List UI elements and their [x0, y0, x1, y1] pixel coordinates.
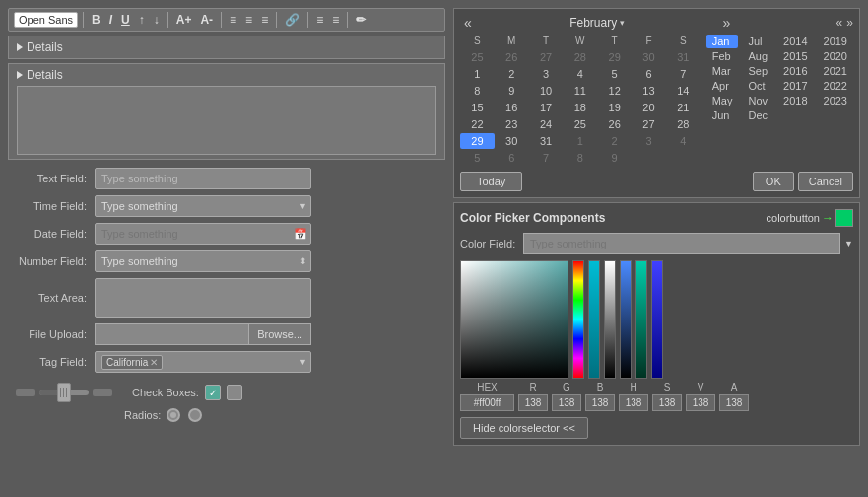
month-feb[interactable]: Feb — [706, 49, 739, 63]
cal-day-w2d1[interactable]: 9 — [495, 83, 529, 99]
cal-prev-button[interactable]: « — [460, 15, 476, 31]
cal-day-w2d3[interactable]: 11 — [563, 83, 597, 99]
radio-unselected[interactable] — [188, 408, 202, 422]
tag-field-input[interactable]: California ✕ — [95, 351, 311, 373]
slider-track[interactable] — [39, 390, 89, 395]
cal-day-w2d4[interactable]: 12 — [597, 83, 632, 99]
font-size-up-button[interactable]: A+ — [173, 13, 195, 27]
cal-ok-button[interactable]: OK — [753, 172, 794, 191]
year-2019[interactable]: 2019 — [818, 35, 853, 48]
textarea-input[interactable] — [95, 278, 311, 318]
tag-remove-icon[interactable]: ✕ — [150, 357, 158, 368]
cal-day-w1d5[interactable]: 6 — [632, 66, 666, 82]
radio-selected[interactable] — [167, 408, 180, 422]
text-field-input[interactable] — [95, 168, 311, 189]
year-2020[interactable]: 2020 — [818, 49, 853, 63]
cal-day-w4d5[interactable]: 27 — [632, 116, 666, 132]
checkbox-checked[interactable]: ✓ — [205, 385, 221, 400]
value-strip[interactable] — [604, 260, 616, 379]
details-header-1[interactable]: Details — [17, 40, 436, 54]
cal-day-w3d2[interactable]: 17 — [529, 100, 564, 115]
month-jan[interactable]: Jan — [706, 35, 739, 48]
cal-year-prev-button[interactable]: « — [836, 16, 843, 30]
cal-day-w1d2[interactable]: 3 — [529, 66, 564, 82]
month-may[interactable]: May — [706, 94, 739, 107]
font-selector[interactable]: Open Sans — [14, 12, 78, 28]
cal-day-w0d0[interactable]: 25 — [460, 49, 495, 65]
extra-strip[interactable] — [635, 260, 647, 379]
unordered-list-button[interactable]: ≡ — [329, 13, 342, 27]
cal-day-w5d6[interactable]: 4 — [666, 133, 701, 149]
month-mar[interactable]: Mar — [706, 64, 739, 78]
cal-day-w1d3[interactable]: 4 — [563, 66, 597, 82]
cal-day-w4d4[interactable]: 26 — [597, 116, 632, 132]
cal-day-w0d2[interactable]: 27 — [529, 49, 564, 65]
cal-day-w5d3[interactable]: 1 — [563, 133, 597, 149]
year-2023[interactable]: 2023 — [818, 94, 853, 107]
ordered-list-button[interactable]: ≡ — [313, 13, 326, 27]
alpha-strip[interactable] — [620, 260, 632, 379]
blue-strip[interactable] — [651, 260, 663, 379]
cal-day-w6d2[interactable]: 7 — [529, 150, 564, 166]
month-apr[interactable]: Apr — [706, 79, 739, 93]
year-2014[interactable]: 2014 — [777, 35, 813, 48]
year-2017[interactable]: 2017 — [777, 79, 813, 93]
slider-thumb[interactable] — [57, 383, 71, 402]
edit-button[interactable]: ✏ — [353, 13, 368, 27]
align-center-button[interactable]: ≡ — [242, 13, 255, 27]
number-field-select[interactable]: Type something — [95, 250, 311, 272]
saturation-strip[interactable] — [588, 260, 600, 379]
value-hex[interactable] — [460, 394, 514, 411]
browse-button[interactable]: Browse... — [248, 323, 311, 345]
align-right-button[interactable]: ≡ — [258, 13, 271, 27]
cal-day-w4d6[interactable]: 28 — [666, 116, 701, 132]
cal-day-w1d4[interactable]: 5 — [597, 66, 632, 82]
cal-day-w1d1[interactable]: 2 — [495, 66, 529, 82]
font-size-down-button[interactable]: A- — [197, 13, 216, 27]
year-2015[interactable]: 2015 — [777, 49, 813, 63]
align-left-button[interactable]: ≡ — [227, 13, 239, 27]
cal-next-button[interactable]: » — [718, 15, 734, 31]
month-oct[interactable]: Oct — [742, 79, 773, 93]
year-2018[interactable]: 2018 — [777, 94, 813, 107]
cal-day-w2d2[interactable]: 10 — [529, 83, 564, 99]
cal-day-w0d6[interactable]: 31 — [666, 49, 701, 65]
cal-day-w1d6[interactable]: 7 — [666, 66, 701, 82]
cal-day-w5d4[interactable]: 2 — [597, 133, 632, 149]
color-swatch[interactable] — [835, 209, 853, 227]
hue-strip[interactable] — [572, 260, 584, 379]
cal-day-w5d5[interactable]: 3 — [632, 133, 666, 149]
hide-colorselector-button[interactable]: Hide colorselector << — [460, 417, 588, 439]
cal-day-w2d6[interactable]: 14 — [666, 83, 701, 99]
cal-month-dropdown-icon[interactable]: ▾ — [620, 18, 625, 28]
cal-day-w6d1[interactable]: 6 — [495, 150, 529, 166]
value-h[interactable] — [619, 394, 648, 411]
cal-day-w1d0[interactable]: 1 — [460, 66, 495, 82]
cal-day-w5d1[interactable]: 30 — [495, 133, 529, 149]
today-button[interactable]: Today — [460, 172, 522, 191]
cal-day-w2d0[interactable]: 8 — [460, 83, 495, 99]
time-field-select[interactable]: Type something — [95, 195, 311, 217]
details-content-2[interactable] — [17, 86, 436, 155]
month-sep[interactable]: Sep — [742, 64, 773, 78]
cal-day-selected[interactable]: 29 — [460, 133, 495, 149]
file-upload-input[interactable] — [95, 323, 248, 345]
month-aug[interactable]: Aug — [742, 49, 773, 63]
cal-day-w4d0[interactable]: 22 — [460, 116, 495, 132]
month-dec[interactable]: Dec — [742, 108, 773, 122]
cal-day-w5d2[interactable]: 31 — [529, 133, 564, 149]
checkbox-unchecked[interactable] — [227, 385, 242, 400]
cal-day-w0d4[interactable]: 29 — [597, 49, 632, 65]
cal-day-w3d1[interactable]: 16 — [495, 100, 529, 115]
cal-year-next-button[interactable]: » — [846, 16, 853, 30]
saturation-value-picker[interactable] — [460, 260, 568, 379]
cal-day-w6d0[interactable]: 5 — [460, 150, 495, 166]
value-v[interactable] — [686, 394, 715, 411]
cal-day-w3d3[interactable]: 18 — [563, 100, 597, 115]
year-2021[interactable]: 2021 — [818, 64, 853, 78]
move-up-button[interactable]: ↑ — [136, 13, 148, 27]
link-button[interactable]: 🔗 — [282, 13, 302, 27]
underline-button[interactable]: U — [118, 13, 133, 27]
cal-day-w3d6[interactable]: 21 — [666, 100, 701, 115]
cal-day-w4d3[interactable]: 25 — [563, 116, 597, 132]
